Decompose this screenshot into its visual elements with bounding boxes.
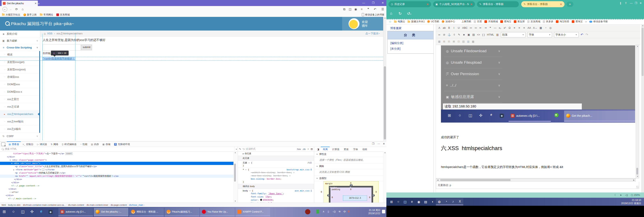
filter-styles-input[interactable]: 过滤样式	[246, 147, 295, 151]
payload-link[interactable]: '"<srrll>我觉得我学的很好！	[43, 57, 75, 60]
page-scrollbar[interactable]: ▲	[641, 24, 644, 193]
uc-tab-blog-admin-active[interactable]: ✎ 博客后台 - 博客园 ✕	[521, 1, 564, 7]
scrollbar-thumb[interactable]	[440, 179, 510, 181]
mobile-bookmarks[interactable]: 移动设备书签	[589, 20, 608, 23]
show-desktop-button[interactable]	[382, 210, 385, 214]
css-property[interactable]: -webkit-box-sizing: border-box;▽	[243, 171, 312, 174]
toolbar-icon[interactable]: ≕	[474, 26, 477, 29]
toolbar-icon[interactable]: ABC	[462, 26, 468, 29]
bookmark-item[interactable]: 爱淘宝	[500, 20, 511, 23]
taskbar-icon[interactable]: ⊞	[388, 199, 395, 205]
css-property[interactable]: box-sizing: border-box;	[243, 177, 312, 181]
zoom-control[interactable]: 150%	[631, 194, 640, 197]
font-select[interactable]: 字体▼	[528, 32, 552, 37]
edge-icon[interactable]: e	[38, 209, 44, 214]
scrollbar-thumb[interactable]	[384, 66, 386, 139]
tree-row[interactable]: <a href="" &quot;&lt;srrll&gt;我觉得我学的很好！'…	[0, 175, 234, 178]
tree-row[interactable]: <p class="notice">你的输入已经被记录:</p>	[0, 171, 234, 175]
toolbar-icon[interactable]: ▣	[467, 33, 470, 36]
blog-move-link[interactable]: 博客搬家	[390, 26, 402, 30]
devtools-tab[interactable]: ▷ 调试器	[35, 141, 49, 147]
tab-close-icon[interactable]: ✕	[470, 3, 472, 6]
new-tab-button[interactable]: ＋	[566, 1, 573, 7]
bookmark-item[interactable]: 电脑云	[394, 20, 405, 23]
toolbar-icon[interactable]: ⊟	[448, 40, 450, 43]
layout-scrollbar[interactable]: ▲	[383, 152, 386, 203]
bookmark-item[interactable]: 京东商城	[527, 20, 540, 23]
taskbar-icon[interactable]: e	[408, 199, 416, 205]
toolbar-icon[interactable]: ≔	[470, 26, 472, 29]
toolbar-icon[interactable]: { }	[482, 33, 485, 36]
star-rule[interactable]: * ⌖ { bootstrap.min.css:5 -webkit-box-si…	[238, 168, 314, 184]
toolbar-icon[interactable]: ❝	[489, 26, 492, 29]
breadcrumb-section[interactable]: XSS	[47, 32, 52, 35]
toolbar-icon[interactable]: ⊘	[443, 33, 446, 36]
breadcrumb-node[interactable]: body.no-skin	[8, 204, 20, 206]
scrollbar-thumb[interactable]	[234, 164, 236, 182]
network-icon[interactable]: ≋	[338, 210, 341, 213]
scroll-up-icon[interactable]: ▲	[641, 24, 644, 26]
wechat-ext-icon[interactable]: ❞	[368, 7, 369, 11]
editor-content[interactable]: ◎ Unsafe Filedownload ∨ ◎ Unsafe Fileupl…	[436, 45, 636, 179]
new-tab-button[interactable]: ＋	[37, 1, 40, 6]
pick-element-icon[interactable]	[1, 142, 5, 146]
toolbar-icon[interactable]: —	[494, 26, 496, 29]
taskbar-icon[interactable]: ♪	[450, 198, 456, 205]
scrollbar-thumb[interactable]	[636, 168, 638, 175]
grid-section-header[interactable]: ▼网格	[314, 164, 383, 169]
screenshot-icon[interactable]: ⌗	[361, 7, 362, 11]
devtools-tab[interactable]: ♿ 无障碍环境	[112, 141, 132, 147]
ime-indicator[interactable]: 中	[343, 210, 346, 214]
toolbar-icon[interactable]: B	[448, 26, 450, 29]
submenu-item[interactable]: DOM型xss-x	[0, 88, 39, 96]
toolbar-icon[interactable]: A	[438, 26, 441, 29]
scroll-up-icon[interactable]: ▲	[384, 17, 386, 19]
maximize-button[interactable]: ❐	[635, 1, 637, 5]
tree-row[interactable]: </div>	[0, 188, 234, 191]
toolbar-icon[interactable]: Ω	[508, 26, 511, 29]
submenu-item[interactable]: xss之盲打	[0, 96, 39, 103]
post-text[interactable]: 成功的避开了	[441, 135, 459, 139]
scroll-down-icon[interactable]: ▼	[636, 175, 639, 177]
tree-row[interactable]: </div>	[0, 181, 234, 184]
reload-button[interactable]: ⟳	[15, 7, 18, 11]
back-button[interactable]: ←	[2, 7, 7, 12]
toolbar-icon[interactable]: ⚓	[448, 33, 451, 36]
uc-tab-5e[interactable]: ▣ 个人战绩_5E对战平台 - 5E ✕	[433, 1, 475, 7]
favorites-star-icon[interactable]: ☆	[389, 20, 392, 23]
toolbar-icon[interactable]: x₂	[498, 26, 501, 29]
uc-tab-blog-admin[interactable]: ✎ 博客后台 - 博客园	[477, 1, 519, 7]
tree-row[interactable]: ▼<div id="xssr_main">	[0, 162, 234, 165]
bookmark-item[interactable]: 奖多多	[543, 20, 553, 23]
toolbar-icon[interactable]: HTML	[487, 33, 494, 36]
devtools-tab[interactable]: ▤ 查看器	[7, 141, 21, 147]
add-rule-icon[interactable]: ＋	[307, 148, 309, 151]
bookmark-item[interactable]: 聚划算	[514, 20, 525, 23]
reload-button[interactable]: ↻	[398, 11, 402, 16]
tree-row[interactable]: ::after	[0, 191, 234, 194]
fontsize-select[interactable]: 字体大小▼	[554, 32, 578, 37]
breadcrumb-node[interactable]: div.main-content-inner	[86, 204, 108, 206]
tree-row[interactable]: </div>	[0, 155, 234, 159]
toolbar-icon[interactable]: ▤	[472, 33, 475, 36]
submenu-item[interactable]: 概述	[0, 51, 39, 58]
submenu-item[interactable]: xss之js输出	[0, 125, 39, 133]
tab-close-icon[interactable]: ✕	[34, 2, 37, 5]
toolbar-icon[interactable]: ◊	[453, 33, 456, 36]
breadcrumb-node[interactable]: div.page-content	[110, 204, 127, 206]
home-icon[interactable]: ⌂	[44, 32, 46, 35]
boxmodel-section-header[interactable]: ▼盒模型	[314, 176, 383, 181]
bookmark-item[interactable]: 爱淘宝	[572, 20, 582, 23]
sidebar-item-xss[interactable]: ≡Cross-Site Scripting∨	[0, 44, 40, 51]
sound-icon[interactable]: ◁)	[625, 194, 628, 197]
inline-rule[interactable]: 元素 ⌖ { 内联 }	[238, 161, 314, 168]
tree-row[interactable]: </div>	[0, 178, 234, 181]
undo-ext-icon[interactable]: ↶	[374, 7, 376, 11]
taskbar-window-button[interactable]: Get the pikachu -...	[94, 208, 128, 216]
boost-icon[interactable]: ➤	[620, 194, 622, 197]
sidebar-item-bruteforce[interactable]: ▣暴力破解∨	[0, 37, 40, 44]
taskbar-icon[interactable]: ◫	[402, 199, 408, 205]
toolbar-icon[interactable]: I	[452, 26, 455, 29]
submenu-item[interactable]: xss之过滤	[0, 103, 39, 111]
usb-tray-icon[interactable]	[316, 210, 319, 214]
